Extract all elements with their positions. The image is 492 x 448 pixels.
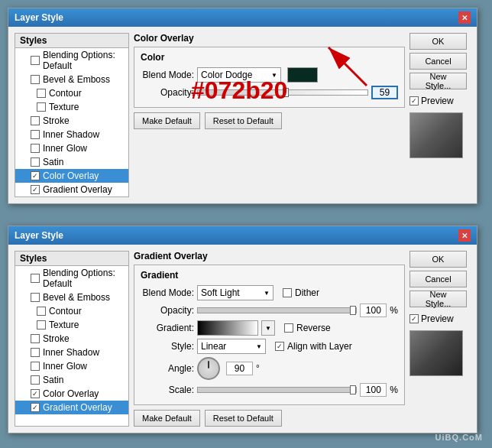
b-style-inner-glow-checkbox[interactable] (31, 362, 40, 371)
b-style-contour[interactable]: Contour (15, 304, 128, 318)
bottom-opacity-row: Opacity: % (141, 304, 398, 317)
bottom-gradient-row: Gradient: ▼ Reverse (141, 320, 398, 336)
style-color-overlay[interactable]: Color Overlay (15, 169, 128, 183)
style-stroke-label: Stroke (43, 115, 70, 126)
style-texture-checkbox[interactable] (37, 102, 46, 112)
bottom-align-checkbox[interactable] (275, 342, 284, 351)
watermark: UiBQ.CoM (435, 433, 483, 442)
top-make-default-btn[interactable]: Make Default (134, 112, 200, 129)
bottom-cancel-btn[interactable]: Cancel (409, 271, 467, 287)
b-style-texture[interactable]: Texture (15, 318, 128, 332)
bottom-styles-title: Styles (15, 252, 128, 266)
bottom-blend-value: Soft Light (201, 287, 240, 298)
style-satin[interactable]: Satin (15, 155, 128, 169)
top-cancel-btn[interactable]: Cancel (409, 53, 467, 70)
bottom-scale-slider[interactable] (197, 387, 357, 393)
style-bevel[interactable]: Bevel & Emboss (15, 73, 128, 86)
style-contour[interactable]: Contour (15, 86, 128, 100)
bottom-opacity-slider[interactable] (197, 307, 357, 313)
b-style-inner-glow[interactable]: Inner Glow (15, 359, 128, 373)
bottom-preview-label: Preview (421, 313, 454, 324)
bottom-reset-default-btn[interactable]: Reset to Default (205, 410, 282, 427)
style-inner-shadow[interactable]: Inner Shadow (15, 128, 128, 141)
bottom-opacity-input[interactable] (360, 304, 387, 317)
top-preview-box (409, 112, 463, 158)
bottom-make-default-btn[interactable]: Make Default (134, 410, 200, 427)
bottom-preview-container: Preview (409, 313, 471, 324)
b-style-stroke[interactable]: Stroke (15, 332, 128, 346)
bottom-dialog-body: Styles Blending Options: Default Bevel &… (8, 245, 477, 433)
top-new-style-btn[interactable]: New Style... (409, 73, 467, 89)
top-dialog-close[interactable]: ✕ (458, 11, 471, 24)
style-gradient-overlay-label: Gradient Overlay (43, 184, 112, 195)
b-style-gradient-overlay[interactable]: Gradient Overlay (15, 401, 128, 414)
bottom-styles-panel: Styles Blending Options: Default Bevel &… (15, 251, 129, 427)
b-style-stroke-checkbox[interactable] (31, 334, 40, 343)
bottom-opacity-unit: % (390, 305, 398, 316)
style-inner-glow-checkbox[interactable] (31, 144, 40, 153)
style-bevel-checkbox[interactable] (31, 75, 40, 84)
style-blending-options[interactable]: Blending Options: Default (15, 48, 128, 73)
style-inner-shadow-checkbox[interactable] (31, 130, 40, 139)
bottom-scale-thumb[interactable] (350, 385, 356, 394)
top-opacity-input[interactable] (371, 86, 398, 99)
bottom-new-style-btn[interactable]: New Style... (409, 291, 467, 307)
top-right-panel: OK Cancel New Style... Preview (409, 33, 471, 197)
b-style-blending-checkbox[interactable] (31, 274, 40, 283)
b-style-bevel[interactable]: Bevel & Emboss (15, 291, 128, 304)
bottom-group-title: Gradient (141, 270, 398, 281)
style-texture[interactable]: Texture (15, 100, 128, 114)
style-satin-label: Satin (43, 157, 63, 167)
bottom-gradient-btn[interactable]: ▼ (261, 320, 275, 336)
bottom-scale-input[interactable] (360, 383, 387, 397)
style-texture-label: Texture (49, 102, 79, 112)
b-style-color-overlay-checkbox[interactable] (31, 389, 40, 398)
b-style-blending[interactable]: Blending Options: Default (15, 266, 128, 291)
style-contour-label: Contour (49, 88, 82, 99)
top-preview-checkbox[interactable] (409, 96, 419, 106)
style-inner-shadow-label: Inner Shadow (43, 129, 99, 140)
top-group-title: Color (141, 52, 398, 63)
bottom-reverse-checkbox[interactable] (284, 323, 293, 333)
b-style-inner-shadow[interactable]: Inner Shadow (15, 346, 128, 359)
style-stroke-checkbox[interactable] (31, 116, 40, 125)
bottom-preview-checkbox[interactable] (409, 314, 419, 323)
bottom-opacity-thumb[interactable] (350, 306, 356, 315)
style-satin-checkbox[interactable] (31, 157, 40, 167)
bottom-angle-row: Angle: ° (141, 357, 398, 380)
style-blending-checkbox[interactable] (31, 56, 40, 65)
top-color-swatch[interactable] (287, 67, 318, 83)
style-stroke[interactable]: Stroke (15, 114, 128, 128)
bottom-dither-checkbox[interactable] (283, 288, 292, 297)
style-color-overlay-checkbox[interactable] (31, 171, 40, 180)
b-style-satin-checkbox[interactable] (31, 375, 40, 385)
b-style-texture-checkbox[interactable] (37, 320, 46, 330)
b-style-satin[interactable]: Satin (15, 373, 128, 387)
top-preview-label: Preview (421, 96, 454, 106)
style-gradient-overlay[interactable]: Gradient Overlay (15, 183, 128, 196)
bottom-scale-row: Scale: % (141, 383, 398, 397)
bottom-opacity-label: Opacity: (141, 305, 194, 316)
bottom-ok-btn[interactable]: OK (409, 251, 467, 268)
bottom-section-header: Gradient Overlay (134, 251, 405, 261)
bottom-dialog-titlebar: Layer Style ✕ (8, 226, 477, 245)
bottom-angle-dial[interactable] (197, 357, 220, 380)
b-style-inner-shadow-label: Inner Shadow (43, 347, 99, 358)
b-style-contour-checkbox[interactable] (37, 307, 46, 316)
style-gradient-overlay-checkbox[interactable] (31, 185, 40, 194)
style-inner-glow[interactable]: Inner Glow (15, 141, 128, 155)
b-style-inner-shadow-checkbox[interactable] (31, 348, 40, 357)
bottom-style-dropdown[interactable]: Linear ▼ (197, 339, 266, 354)
b-style-bevel-checkbox[interactable] (31, 293, 40, 302)
bottom-angle-input[interactable] (226, 362, 253, 375)
bottom-main-panel: Gradient Overlay Gradient Blend Mode: So… (134, 251, 405, 427)
b-style-gradient-overlay-checkbox[interactable] (31, 403, 40, 412)
top-ok-btn[interactable]: OK (409, 33, 467, 50)
style-contour-checkbox[interactable] (37, 89, 46, 98)
top-buttons-row: Make Default Reset to Default (134, 112, 405, 129)
bottom-blend-dropdown[interactable]: Soft Light ▼ (197, 285, 274, 300)
bottom-dialog-close[interactable]: ✕ (458, 229, 471, 242)
top-reset-default-btn[interactable]: Reset to Default (205, 112, 282, 129)
b-style-color-overlay[interactable]: Color Overlay (15, 387, 128, 401)
bottom-gradient-swatch[interactable] (197, 320, 258, 336)
